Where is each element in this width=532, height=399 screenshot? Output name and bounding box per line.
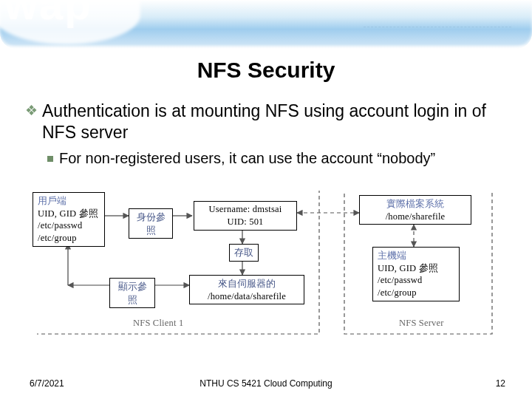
display-ref-text: 顯示參照 [118, 281, 147, 305]
filesys-box: 實際檔案系統 /home/sharefile [359, 195, 471, 225]
access-box: 存取 [229, 244, 259, 262]
slide-title: NFS Security [0, 58, 532, 83]
footer-page-number: 12 [496, 378, 505, 389]
footer: 6/7/2021 NTHU CS 5421 Cloud Computing 12 [0, 378, 532, 392]
host-line-3: /etc/group [378, 287, 454, 299]
user-line-1: Username: dmstsai [199, 203, 292, 216]
from-server-line-1: 來自伺服器的 [194, 277, 299, 290]
access-text: 存取 [234, 247, 253, 258]
bullet-level-2: For non-registered users, it can use the… [47, 149, 513, 168]
diamond-bullet-icon: ❖ [25, 100, 38, 121]
nfs-server-label: NFS Server [399, 318, 444, 329]
square-bullet-icon [47, 156, 53, 162]
user-line-2: UID: 501 [199, 216, 292, 228]
user-box: Username: dmstsai UID: 501 [194, 201, 297, 231]
from-server-box: 來自伺服器的 /home/data/sharefile [189, 275, 304, 304]
client-line-1: UID, GID 參照 [38, 208, 100, 220]
from-server-line-2: /home/data/sharefile [194, 290, 299, 303]
nfs-client-label: NFS Client 1 [133, 318, 183, 329]
client-header: 用戶端 [38, 194, 100, 208]
id-ref-box: 身份參照 [129, 208, 173, 239]
header-banner: wap [0, 0, 532, 49]
host-line-1: UID, GID 參照 [378, 262, 454, 275]
host-header: 主機端 [378, 249, 454, 262]
slide: wap NFS Security ❖ Authentication is at … [0, 0, 532, 399]
host-line-2: /etc/passwd [378, 274, 454, 287]
bullet-1-text: Authentication is at mounting NFS using … [42, 100, 513, 143]
decor-text: wap [4, 0, 92, 29]
bullet-2-text: For non-registered users, it can use the… [59, 149, 435, 168]
display-ref-box: 顯示參照 [109, 278, 155, 308]
id-ref-text: 身份參照 [137, 211, 166, 236]
client-line-3: /etc/group [38, 232, 100, 245]
bullet-level-1: ❖ Authentication is at mounting NFS usin… [25, 100, 513, 143]
filesys-header: 實際檔案系統 [364, 197, 466, 211]
client-line-2: /etc/passwd [38, 219, 100, 232]
host-box: 主機端 UID, GID 參照 /etc/passwd /etc/group [372, 247, 460, 301]
filesys-line-1: /home/sharefile [364, 211, 466, 223]
nfs-diagram: 用戶端 UID, GID 參照 /etc/passwd /etc/group 身… [37, 191, 495, 346]
body: ❖ Authentication is at mounting NFS usin… [25, 100, 513, 168]
footer-course: NTHU CS 5421 Cloud Computing [0, 378, 532, 389]
client-box: 用戶端 UID, GID 參照 /etc/passwd /etc/group [33, 192, 105, 247]
